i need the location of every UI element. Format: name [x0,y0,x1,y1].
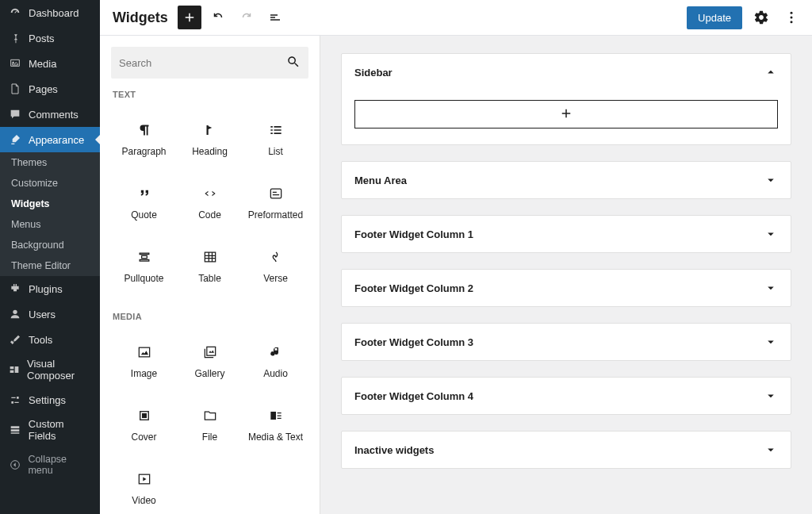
collapse-menu-button[interactable]: Collapse menu [0,447,100,482]
nav-subitem-customize[interactable]: Customize [0,173,100,194]
redo-button[interactable] [235,6,259,29]
nav-item-dashboard[interactable]: Dashboard [0,0,100,25]
nav-item-visual-composer[interactable]: Visual Composer [0,352,100,387]
block-label: Video [132,495,155,506]
block-quote[interactable]: Quote [111,171,177,234]
nav-item-comments[interactable]: Comments [0,102,100,127]
block-grid: ParagraphHeadingListQuoteCodePreformatte… [111,107,308,297]
nav-item-posts[interactable]: Posts [0,25,100,51]
nav-submenu: ThemesCustomizeWidgetsMenusBackgroundThe… [0,152,100,276]
widget-area-name: Footer Widget Column 2 [354,282,473,294]
nav-subitem-menus[interactable]: Menus [0,214,100,235]
widget-area-header[interactable]: Footer Widget Column 2 [342,270,791,306]
media-icon [8,56,22,71]
widget-area-name: Sidebar [354,67,393,79]
nav-item-label: Custom Fields [29,418,94,442]
nav-item-media[interactable]: Media [0,51,100,76]
tool-icon [8,332,22,347]
nav-subitem-themes[interactable]: Themes [0,152,100,173]
block-label: Heading [192,146,228,157]
widget-area: Inactive widgets [341,431,791,469]
block-list[interactable]: List [243,107,308,171]
quote-icon [135,184,154,203]
block-label: Paragraph [121,146,166,157]
nav-item-pages[interactable]: Pages [0,76,100,102]
update-button[interactable]: Update [687,6,742,29]
cover-icon [135,406,154,425]
nav-item-label: Settings [29,394,66,406]
verse-icon [266,247,285,267]
widget-canvas: SidebarMenu AreaFooter Widget Column 1Fo… [320,36,812,514]
widget-area: Footer Widget Column 4 [341,377,791,415]
svg-rect-6 [139,347,149,357]
block-cover[interactable]: Cover [111,393,177,456]
block-label: Cover [131,432,156,443]
block-table[interactable]: Table [177,234,243,297]
block-video[interactable]: Video [111,456,177,514]
brush-icon [8,132,22,147]
vc-icon [8,362,21,377]
nav-item-appearance[interactable]: Appearance [0,127,100,152]
pullquote-icon [135,247,154,267]
svg-point-3 [791,17,793,19]
widget-area-header[interactable]: Footer Widget Column 4 [342,378,791,414]
chevron-up-icon [764,65,778,79]
undo-button[interactable] [206,6,230,29]
settings-icon [8,393,22,407]
search-input-wrapper[interactable] [111,47,308,79]
dashboard-icon [8,6,22,20]
block-label: File [202,432,217,443]
chevron-down-icon [764,443,778,457]
nav-item-custom-fields[interactable]: Custom Fields [0,412,100,447]
audio-icon [266,343,285,362]
block-label: Gallery [194,368,224,379]
category-label: MEDIA [113,312,308,321]
svg-point-2 [791,12,793,14]
widget-area-header[interactable]: Footer Widget Column 1 [342,216,791,252]
block-code[interactable]: Code [177,171,243,234]
category-label: TEXT [113,90,308,99]
block-verse[interactable]: Verse [243,234,308,297]
nav-item-settings[interactable]: Settings [0,387,100,412]
chevron-down-icon [764,281,778,295]
add-widget-button[interactable] [354,100,778,128]
nav-item-tools[interactable]: Tools [0,327,100,352]
block-image[interactable]: Image [111,329,177,393]
settings-button[interactable] [750,6,772,29]
block-audio[interactable]: Audio [243,329,308,393]
widget-area-header[interactable]: Inactive widgets [342,432,791,468]
block-preformatted[interactable]: Preformatted [243,171,308,234]
widget-area-header[interactable]: Menu Area [342,162,791,198]
block-pullquote[interactable]: Pullquote [111,234,177,297]
image-icon [135,343,154,362]
block-heading[interactable]: Heading [177,107,243,171]
page-icon [8,82,22,96]
nav-subitem-background[interactable]: Background [0,235,100,255]
block-media-text[interactable]: Media & Text [243,393,308,456]
nav-item-users[interactable]: Users [0,301,100,327]
block-gallery[interactable]: Gallery [177,329,243,393]
block-file[interactable]: File [177,393,243,456]
nav-subitem-theme-editor[interactable]: Theme Editor [0,255,100,276]
block-label: Verse [263,273,288,284]
inserter-categories: TEXTParagraphHeadingListQuoteCodePreform… [111,90,308,514]
file-icon [201,406,220,425]
nav-item-plugins[interactable]: Plugins [0,276,100,301]
nav-item-label: Appearance [29,134,84,146]
widget-area-header[interactable]: Footer Widget Column 3 [342,324,791,360]
svg-rect-5 [270,189,281,198]
widget-area-header[interactable]: Sidebar [342,54,791,90]
block-label: Media & Text [248,432,303,443]
list-view-button[interactable] [263,6,287,29]
svg-point-4 [791,21,793,23]
block-paragraph[interactable]: Paragraph [111,107,177,171]
widget-area-name: Menu Area [354,175,407,186]
paragraph-icon [135,121,154,140]
mediatext-icon [266,406,285,425]
more-options-button[interactable] [780,6,802,29]
gallery-icon [201,343,220,362]
add-block-button[interactable] [178,6,201,29]
search-input[interactable] [119,57,286,69]
user-icon [8,307,22,321]
nav-subitem-widgets[interactable]: Widgets [0,194,100,214]
